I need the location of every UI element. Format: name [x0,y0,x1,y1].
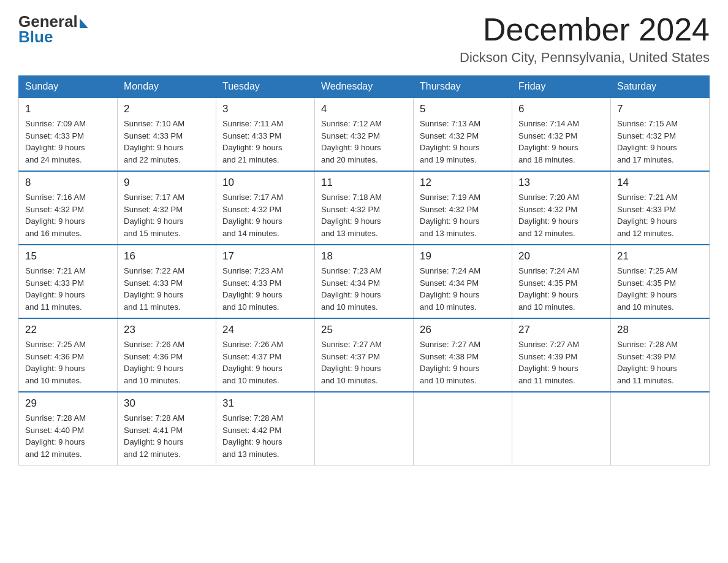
calendar-cell: 7 Sunrise: 7:15 AMSunset: 4:32 PMDayligh… [611,98,710,171]
day-number: 16 [124,250,210,262]
day-number: 14 [617,177,703,189]
day-number: 17 [222,250,308,262]
calendar-cell: 9 Sunrise: 7:17 AMSunset: 4:32 PMDayligh… [118,171,216,245]
calendar-cell: 21 Sunrise: 7:25 AMSunset: 4:35 PMDaylig… [611,245,710,318]
day-number: 24 [222,324,308,336]
calendar-cell: 1 Sunrise: 7:09 AMSunset: 4:33 PMDayligh… [19,98,118,171]
page-header: General Blue December 2024 Dickson City,… [18,12,710,66]
day-number: 4 [321,103,407,115]
day-info: Sunrise: 7:11 AMSunset: 4:33 PMDaylight:… [222,119,283,164]
day-number: 28 [617,324,703,336]
day-number: 13 [518,177,604,189]
day-info: Sunrise: 7:28 AMSunset: 4:42 PMDaylight:… [222,413,283,459]
day-number: 26 [420,324,506,336]
day-info: Sunrise: 7:22 AMSunset: 4:33 PMDaylight:… [124,266,184,312]
calendar-cell: 2 Sunrise: 7:10 AMSunset: 4:33 PMDayligh… [118,98,216,171]
header-sunday: Sunday [19,76,118,98]
calendar-cell: 3 Sunrise: 7:11 AMSunset: 4:33 PMDayligh… [216,98,315,171]
title-section: December 2024 Dickson City, Pennsylvania… [460,12,710,66]
day-number: 7 [617,103,703,115]
day-info: Sunrise: 7:21 AMSunset: 4:33 PMDaylight:… [25,266,86,312]
day-number: 29 [25,397,111,410]
day-info: Sunrise: 7:18 AMSunset: 4:32 PMDaylight:… [321,193,382,238]
day-number: 18 [321,250,407,262]
header-saturday: Saturday [611,76,710,98]
logo: General Blue [18,12,88,47]
week-row-2: 8 Sunrise: 7:16 AMSunset: 4:32 PMDayligh… [19,171,710,245]
calendar-cell [512,392,611,465]
day-number: 27 [518,324,604,336]
day-info: Sunrise: 7:27 AMSunset: 4:37 PMDaylight:… [321,340,382,385]
calendar-table: SundayMondayTuesdayWednesdayThursdayFrid… [18,75,710,465]
calendar-cell: 20 Sunrise: 7:24 AMSunset: 4:35 PMDaylig… [512,245,611,318]
day-number: 9 [124,177,210,189]
calendar-cell: 14 Sunrise: 7:21 AMSunset: 4:33 PMDaylig… [611,171,710,245]
header-tuesday: Tuesday [216,76,315,98]
calendar-cell [414,392,512,465]
calendar-cell: 18 Sunrise: 7:23 AMSunset: 4:34 PMDaylig… [315,245,414,318]
day-number: 12 [420,177,506,189]
calendar-cell [315,392,414,465]
day-info: Sunrise: 7:25 AMSunset: 4:36 PMDaylight:… [25,340,86,385]
day-number: 25 [321,324,407,336]
calendar-cell: 5 Sunrise: 7:13 AMSunset: 4:32 PMDayligh… [414,98,512,171]
day-info: Sunrise: 7:26 AMSunset: 4:36 PMDaylight:… [124,340,184,385]
day-number: 3 [222,103,308,115]
calendar-cell: 11 Sunrise: 7:18 AMSunset: 4:32 PMDaylig… [315,171,414,245]
calendar-cell [611,392,710,465]
calendar-cell: 12 Sunrise: 7:19 AMSunset: 4:32 PMDaylig… [414,171,512,245]
day-number: 2 [124,103,210,115]
day-info: Sunrise: 7:09 AMSunset: 4:33 PMDaylight:… [25,119,86,164]
day-info: Sunrise: 7:17 AMSunset: 4:32 PMDaylight:… [124,193,184,238]
calendar-cell: 30 Sunrise: 7:28 AMSunset: 4:41 PMDaylig… [118,392,216,465]
day-info: Sunrise: 7:16 AMSunset: 4:32 PMDaylight:… [25,193,86,238]
calendar-cell: 17 Sunrise: 7:23 AMSunset: 4:33 PMDaylig… [216,245,315,318]
logo-blue-text: Blue [18,28,53,47]
day-info: Sunrise: 7:10 AMSunset: 4:33 PMDaylight:… [124,119,184,164]
day-info: Sunrise: 7:26 AMSunset: 4:37 PMDaylight:… [222,340,283,385]
calendar-cell: 27 Sunrise: 7:27 AMSunset: 4:39 PMDaylig… [512,318,611,392]
day-info: Sunrise: 7:14 AMSunset: 4:32 PMDaylight:… [518,119,579,164]
header-wednesday: Wednesday [315,76,414,98]
day-info: Sunrise: 7:28 AMSunset: 4:39 PMDaylight:… [617,340,678,385]
calendar-cell: 6 Sunrise: 7:14 AMSunset: 4:32 PMDayligh… [512,98,611,171]
day-info: Sunrise: 7:24 AMSunset: 4:34 PMDaylight:… [420,266,480,312]
day-info: Sunrise: 7:21 AMSunset: 4:33 PMDaylight:… [617,193,678,238]
month-title: December 2024 [460,12,710,47]
day-info: Sunrise: 7:27 AMSunset: 4:39 PMDaylight:… [518,340,579,385]
day-info: Sunrise: 7:15 AMSunset: 4:32 PMDaylight:… [617,119,678,164]
header-thursday: Thursday [414,76,512,98]
day-info: Sunrise: 7:23 AMSunset: 4:33 PMDaylight:… [222,266,283,312]
day-info: Sunrise: 7:20 AMSunset: 4:32 PMDaylight:… [518,193,579,238]
week-row-1: 1 Sunrise: 7:09 AMSunset: 4:33 PMDayligh… [19,98,710,171]
calendar-cell: 22 Sunrise: 7:25 AMSunset: 4:36 PMDaylig… [19,318,118,392]
logo-arrow-icon [80,18,88,28]
location-title: Dickson City, Pennsylvania, United State… [460,50,710,66]
day-number: 23 [124,324,210,336]
day-number: 11 [321,177,407,189]
day-number: 6 [518,103,604,115]
calendar-cell: 19 Sunrise: 7:24 AMSunset: 4:34 PMDaylig… [414,245,512,318]
day-info: Sunrise: 7:13 AMSunset: 4:32 PMDaylight:… [420,119,480,164]
day-number: 15 [25,250,111,262]
calendar-header-row: SundayMondayTuesdayWednesdayThursdayFrid… [19,76,710,98]
calendar-cell: 4 Sunrise: 7:12 AMSunset: 4:32 PMDayligh… [315,98,414,171]
day-number: 1 [25,103,111,115]
day-info: Sunrise: 7:23 AMSunset: 4:34 PMDaylight:… [321,266,382,312]
calendar-cell: 25 Sunrise: 7:27 AMSunset: 4:37 PMDaylig… [315,318,414,392]
week-row-3: 15 Sunrise: 7:21 AMSunset: 4:33 PMDaylig… [19,245,710,318]
day-number: 30 [124,397,210,410]
day-number: 22 [25,324,111,336]
calendar-cell: 15 Sunrise: 7:21 AMSunset: 4:33 PMDaylig… [19,245,118,318]
day-info: Sunrise: 7:17 AMSunset: 4:32 PMDaylight:… [222,193,283,238]
day-number: 31 [222,397,308,410]
day-number: 19 [420,250,506,262]
day-number: 10 [222,177,308,189]
calendar-cell: 31 Sunrise: 7:28 AMSunset: 4:42 PMDaylig… [216,392,315,465]
week-row-5: 29 Sunrise: 7:28 AMSunset: 4:40 PMDaylig… [19,392,710,465]
day-number: 5 [420,103,506,115]
calendar-cell: 23 Sunrise: 7:26 AMSunset: 4:36 PMDaylig… [118,318,216,392]
calendar-cell: 8 Sunrise: 7:16 AMSunset: 4:32 PMDayligh… [19,171,118,245]
day-info: Sunrise: 7:25 AMSunset: 4:35 PMDaylight:… [617,266,678,312]
day-info: Sunrise: 7:12 AMSunset: 4:32 PMDaylight:… [321,119,382,164]
